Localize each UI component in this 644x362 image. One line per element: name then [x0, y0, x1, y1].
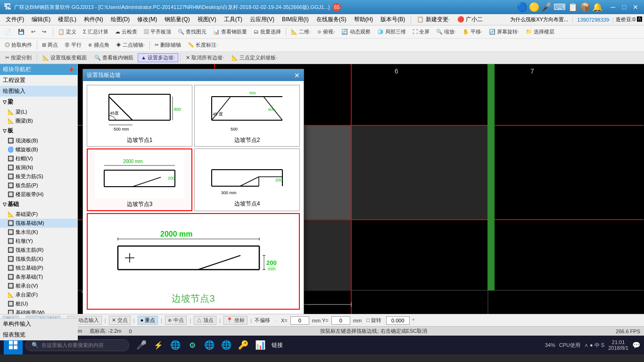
snap-vertex[interactable]: △ 顶点 — [194, 316, 216, 325]
slope-node-3[interactable]: 2000 mm 200 边坡节点3 — [87, 148, 192, 211]
taskbar-icon-mic[interactable]: 🎤 — [134, 337, 149, 353]
sidebar-item-slab-rebar[interactable]: 🔲 板受力筋(S) — [0, 172, 77, 181]
tb-set-slab-section[interactable]: 📐 设置筏板变截面 — [39, 53, 90, 62]
y-input[interactable] — [331, 316, 350, 325]
menu-bim[interactable]: BIM应用(I) — [278, 15, 313, 25]
toolbar-new[interactable]: 📄 — [2, 28, 14, 36]
snap-coord[interactable]: 📍 坐标 — [223, 316, 248, 325]
toolbar-view-rebar[interactable]: 📊 查看钢筋量 — [210, 27, 250, 36]
sidebar-item-beam-l[interactable]: 📐 梁(L) — [0, 107, 77, 116]
taskbar-icon-edge[interactable]: 🌐 — [168, 337, 183, 353]
maximize-button[interactable]: □ — [619, 3, 629, 11]
menu-edit[interactable]: 编辑(E) — [28, 15, 54, 25]
x-input[interactable] — [290, 316, 309, 325]
tb-set-multi-slope[interactable]: ▲ 设置多边坡· — [138, 53, 178, 62]
tb-delete-aux[interactable]: ✂ 删除辅轴 — [152, 41, 184, 49]
snap-intersection[interactable]: ✕ 交点 — [109, 316, 131, 325]
toolbar-pan[interactable]: ✋ 平移· — [460, 27, 485, 36]
minimize-button[interactable]: ─ — [608, 3, 618, 11]
taskbar-icon-globe[interactable]: 🌐 — [219, 337, 234, 353]
taskbar-icon-gear[interactable]: ⚙ — [185, 337, 200, 353]
menu-modify[interactable]: 修改(M) — [133, 15, 161, 25]
taskbar-icon-weather[interactable]: ⚡ — [151, 337, 166, 353]
sidebar-item-pile-cap[interactable]: 🔲 桩承台(V) — [0, 281, 77, 290]
menu-rebar[interactable]: 钢筋量(Q) — [161, 15, 193, 25]
taskbar-icon-ie[interactable]: 🌐 — [202, 337, 217, 353]
tb-snap-angle[interactable]: ⊕ 捕点角 — [85, 41, 112, 49]
toolbar-top-view[interactable]: ⊙ 俯视· — [314, 27, 338, 36]
taskbar-icon-chart[interactable]: 📊 — [253, 337, 268, 353]
menu-view[interactable]: 视图(V) — [194, 15, 220, 25]
sidebar-item-project-settings[interactable]: 工程设置 — [0, 75, 77, 86]
menu-file[interactable]: 文件(F) — [2, 15, 28, 25]
sidebar-group-foundation[interactable]: ▽ 基础 — [0, 199, 77, 210]
taskbar-icon-key[interactable]: 🔑 — [236, 337, 251, 353]
slope-node-2[interactable]: 45 度 500 800 500 边坡节点2 — [194, 85, 300, 147]
toolbar-save[interactable]: 💾 — [15, 28, 27, 36]
taskbar-search-box[interactable]: 🔍 在这里输入你要搜索的内容 — [25, 339, 129, 351]
menu-component[interactable]: 构件(N) — [80, 15, 107, 25]
sidebar-pin[interactable]: 📌 — [67, 66, 74, 73]
sidebar-item-raft-main-rebar[interactable]: 🔲 筏板主筋(R) — [0, 246, 77, 255]
taskbar-icon-link[interactable]: 链接 — [270, 337, 285, 353]
sidebar-item-slab-neg[interactable]: 🔲 板负筋(P) — [0, 181, 77, 190]
toolbar-rotate[interactable]: 🔃 屏幕旋转· — [486, 27, 522, 36]
menu-help[interactable]: 帮助(H) — [350, 15, 377, 25]
sidebar-item-raft-neg-rebar[interactable]: 🔲 筏板负筋(X) — [0, 255, 77, 263]
sidebar-item-column-cap[interactable]: 🔲 柱帽(V) — [0, 154, 77, 163]
tb-split-beam[interactable]: ✂ 按梁分割 — [2, 53, 35, 62]
notification-icon[interactable]: 💬 — [632, 341, 640, 349]
toolbar-undo[interactable]: ↩ — [28, 28, 38, 36]
toolbar-select-floor[interactable]: 📁 选择楼层 — [523, 27, 557, 36]
tb-three-point-slope[interactable]: 📐 三点定义斜坡板· — [228, 53, 281, 62]
menu-draw[interactable]: 绘图(D) — [107, 15, 134, 25]
tb-two-point-aux[interactable]: ◈ 二点辅轴· — [113, 41, 148, 49]
sidebar-group-slab[interactable]: ▽ 板 — [0, 125, 77, 136]
tb-view-slab-rebar[interactable]: 🔍 查看板内钢筋 — [91, 53, 137, 62]
toolbar-local-3d[interactable]: 🧊 局部三维 — [374, 27, 409, 36]
tb-cancel-all-slopes[interactable]: ✕ 取消所有边坡· — [182, 53, 227, 62]
sidebar-item-strip-foundation[interactable]: 🔲 条形基础(T) — [0, 272, 77, 281]
toolbar-zoom[interactable]: 🔍 缩放· — [433, 27, 459, 36]
toolbar-find[interactable]: 🔍 查找图元 — [175, 27, 209, 36]
menu-floor[interactable]: 楼层(L) — [54, 15, 80, 25]
slope-node-1[interactable]: 45度 500 mm 800 边坡节点1 — [87, 85, 192, 147]
toolbar-2d[interactable]: 📐 二维· — [288, 27, 314, 36]
menu-tools[interactable]: 工具(T) — [220, 15, 246, 25]
snap-midpoint[interactable]: ● 重点 — [138, 316, 158, 325]
sidebar-item-floor-band[interactable]: 🔲 楼层板带(H) — [0, 190, 77, 199]
slope-node-4[interactable]: 300 mm 200 边坡节点4 — [194, 148, 300, 211]
toolbar-align-top[interactable]: ▤ 平齐板顶 — [141, 27, 174, 36]
toolbar-define[interactable]: 📋 定义 — [55, 27, 79, 36]
tb-parallel[interactable]: 非 平行 — [62, 41, 84, 49]
sidebar-item-raft[interactable]: 🔲 筏板基础(M) — [0, 219, 77, 228]
sidebar-item-draw-input[interactable]: 绘图输入 — [0, 86, 77, 97]
toolbar-fullscreen[interactable]: ⛶ 全屏 — [410, 27, 432, 36]
sidebar-item-cast-slab[interactable]: 🔲 现浇板(B) — [0, 136, 77, 145]
sidebar-item-foundation-beam[interactable]: 📐 基础梁(F) — [0, 210, 77, 219]
modal-close-button[interactable]: ✕ — [294, 72, 300, 79]
sidebar-item-sump[interactable]: 🔲 集水坑(K) — [0, 228, 77, 237]
sidebar-item-cap-beam[interactable]: 📐 承台梁(F) — [0, 290, 77, 299]
sidebar-group-beam[interactable]: ▽ 梁 — [0, 97, 77, 107]
sidebar-item-independent-foundation[interactable]: 🔲 独立基础(P) — [0, 263, 77, 272]
close-button[interactable]: ✕ — [631, 3, 640, 11]
snap-mid2[interactable]: ⊕ 中点 — [165, 316, 187, 325]
menu-new-change[interactable]: 📋 新建变更· — [413, 15, 454, 25]
tb-two-point[interactable]: ⊞ 两点 — [39, 41, 61, 49]
menu-cloud[interactable]: 云应用(V) — [246, 15, 278, 25]
toolbar-dynamic-view[interactable]: 🔄 动态观察 — [339, 27, 373, 36]
sidebar-item-pile[interactable]: 🔲 桩(U) — [0, 299, 77, 308]
toolbar-batch-select[interactable]: 🗂 批量选择 — [251, 27, 284, 36]
menu-gxe[interactable]: 🔴 广小二 — [454, 15, 487, 25]
sidebar-item-foundation-band[interactable]: 🔲 基础板带(W) — [0, 308, 77, 314]
tb-pick-component[interactable]: ◎ 拾取构件 — [2, 41, 35, 49]
toolbar-total[interactable]: Σ 汇总计算 — [80, 27, 111, 36]
tb-length-mark[interactable]: 📏 长度标注· — [185, 41, 221, 49]
rotate-input[interactable] — [386, 316, 410, 325]
sidebar-item-slab-hole[interactable]: 🔲 板洞(N) — [0, 163, 77, 172]
toolbar-redo[interactable]: ↪ — [39, 28, 49, 36]
menu-version[interactable]: 版本号(B) — [377, 15, 409, 25]
sidebar-item-ring-beam[interactable]: 📐 圈梁(B) — [0, 116, 77, 125]
menu-online[interactable]: 在线服务(S) — [313, 15, 350, 25]
